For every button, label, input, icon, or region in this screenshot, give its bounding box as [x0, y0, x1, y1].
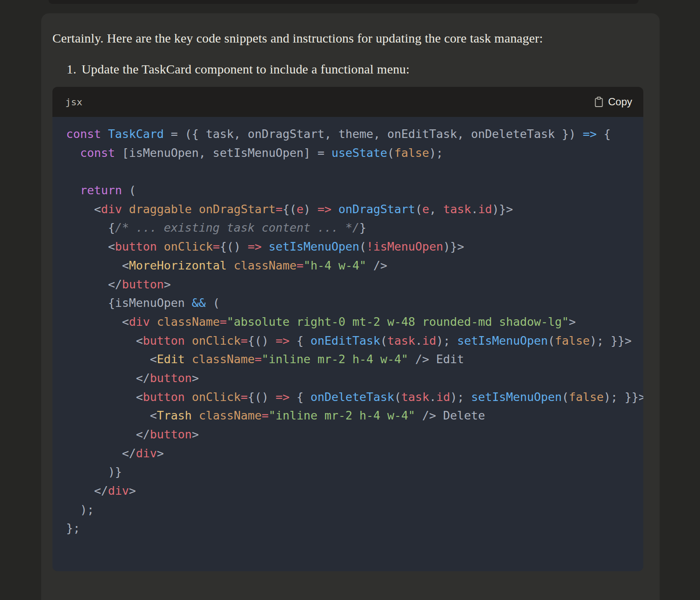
code-line: </button>: [66, 425, 643, 444]
code-line: <button onClick={() => { onDeleteTask(ta…: [66, 388, 643, 407]
code-language-label: jsx: [65, 97, 82, 107]
code-line: <div className="absolute right-0 mt-2 w-…: [66, 312, 643, 331]
code-line: };: [66, 519, 643, 538]
code-line: const [isMenuOpen, setIsMenuOpen] = useS…: [66, 144, 643, 162]
code-block-header: jsx Copy: [52, 87, 643, 117]
code-line: [66, 162, 643, 181]
code-line: <Trash className="inline mr-2 h-4 w-4" /…: [66, 406, 643, 425]
code-line: </button>: [66, 275, 643, 294]
code-line: </button>: [66, 369, 643, 388]
code-line: {isMenuOpen && (: [66, 294, 643, 312]
code-line: )}: [66, 462, 643, 481]
code-line: <Edit className="inline mr-2 h-4 w-4" />…: [66, 350, 643, 369]
numbered-list-item: 1. Update the TaskCard component to incl…: [52, 58, 648, 80]
list-item-text: Update the TaskCard component to include…: [82, 58, 410, 80]
code-line: <button onClick={() => setIsMenuOpen(!is…: [66, 237, 643, 256]
code-line: </div>: [66, 481, 643, 500]
list-item-number: 1.: [67, 58, 76, 80]
copy-button-label: Copy: [608, 96, 632, 108]
code-line: </div>: [66, 444, 643, 463]
code-line: <MoreHorizontal className="h-4 w-4" />: [66, 256, 643, 275]
code-line: <button onClick={() => { onEditTask(task…: [66, 331, 643, 350]
code-line: return (: [66, 181, 643, 200]
code-line: const TaskCard = ({ task, onDragStart, t…: [66, 125, 643, 144]
assistant-message-card: Certainly. Here are the key code snippet…: [41, 13, 660, 600]
code-line: <div draggable onDragStart={(e) => onDra…: [66, 200, 643, 219]
code-line: );: [66, 500, 643, 519]
code-body: const TaskCard = ({ task, onDragStart, t…: [52, 117, 643, 571]
message-paragraph: Certainly. Here are the key code snippet…: [52, 28, 615, 49]
code-line: {/* ... existing task content ... */}: [66, 218, 643, 237]
clipboard-icon: [594, 96, 604, 107]
previous-block-bottom-edge: [49, 0, 639, 4]
copy-button[interactable]: Copy: [594, 96, 632, 108]
code-block: jsx Copy const TaskCard = ({ task, onDra…: [52, 87, 643, 571]
code-content: const TaskCard = ({ task, onDragStart, t…: [66, 125, 643, 538]
